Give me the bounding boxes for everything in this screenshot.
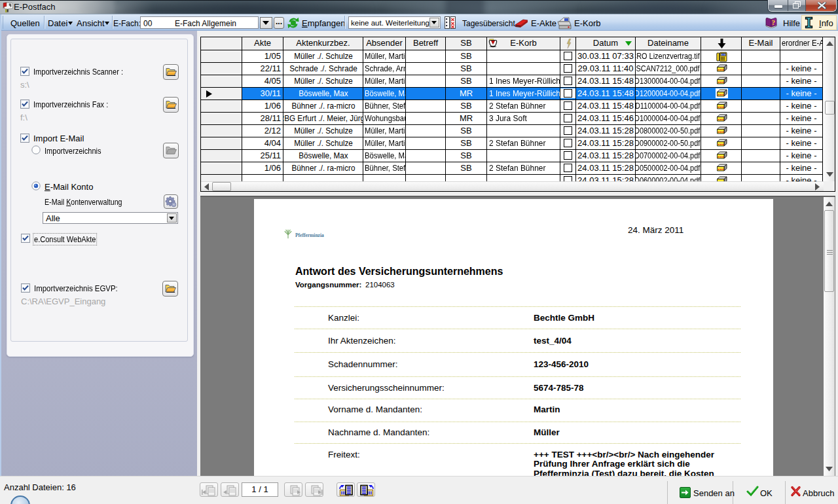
- svg-text:?: ?: [771, 18, 775, 26]
